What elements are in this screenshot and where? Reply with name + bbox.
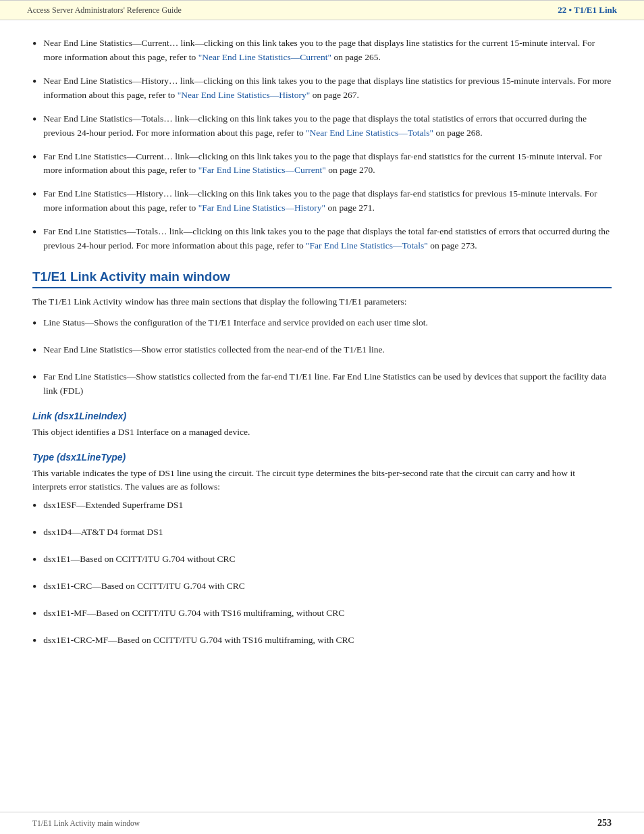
link-near-end-totals[interactable]: "Near End Line Statistics—Totals": [306, 128, 433, 138]
link-near-end-current[interactable]: "Near End Line Statistics—Current": [198, 52, 331, 62]
list-item: • Near End Line Statistics—Current… link…: [32, 36, 612, 65]
bullet-text-2: Near End Line Statistics—History… link—c…: [43, 74, 612, 103]
header-right-text: 22 • T1/E1 Link: [558, 5, 617, 16]
list-item: • Near End Line Statistics—Totals… link—…: [32, 112, 612, 140]
list-item: • Line Status—Shows the configuration of…: [32, 316, 612, 334]
bullet-icon: •: [32, 632, 36, 651]
bullet-text-4: Far End Line Statistics—Current… link—cl…: [43, 150, 612, 178]
header-left-text: Access Server Administrators' Reference …: [27, 5, 182, 16]
bullet-icon: •: [32, 149, 36, 167]
list-item: • Far End Line Statistics—Totals… link—c…: [32, 225, 612, 253]
type-bullet-list: • dsx1ESF—Extended Superframe DS1 • dsx1…: [32, 498, 612, 650]
list-item: • dsx1ESF—Extended Superframe DS1: [32, 498, 612, 516]
list-item: • Near End Line Statistics—History… link…: [32, 74, 612, 103]
list-item: • dsx1E1-CRC—Based on CCITT/ITU G.704 wi…: [32, 579, 612, 597]
main-section-intro: The T1/E1 Link Activity window has three…: [32, 295, 612, 309]
list-item: • dsx1E1—Based on CCITT/ITU G.704 withou…: [32, 552, 612, 570]
bullet-text-near-end: Near End Line Statistics—Show error stat…: [43, 343, 612, 357]
page-header: Access Server Administrators' Reference …: [0, 0, 644, 20]
bullet-icon: •: [32, 111, 36, 130]
bullet-icon: •: [32, 186, 36, 205]
list-item: • Far End Line Statistics—Show statistic…: [32, 370, 612, 398]
footer-page-number: 253: [597, 818, 612, 829]
bullet-icon: •: [32, 497, 36, 516]
page-footer: T1/E1 Link Activity main window 253: [0, 812, 644, 834]
bullet-icon: •: [32, 524, 36, 543]
top-bullet-list: • Near End Line Statistics—Current… link…: [32, 36, 612, 253]
main-section-title: T1/E1 Link Activity main window: [32, 269, 612, 288]
footer-left-text: T1/E1 Link Activity main window: [32, 819, 140, 827]
bullet-dsxe1crcmf: dsx1E1-CRC-MF—Based on CCITT/ITU G.704 w…: [43, 633, 612, 648]
link-subsection-title: Link (dsx1LineIndex): [32, 411, 612, 421]
bullet-icon: •: [32, 605, 36, 624]
type-subsection: Type (dsx1LineType) This variable indica…: [32, 452, 612, 651]
bullet-text-3: Near End Line Statistics—Totals… link—cl…: [43, 112, 612, 140]
main-section: T1/E1 Link Activity main window The T1/E…: [32, 269, 612, 398]
bullet-dsxd4: dsx1D4—AT&T D4 format DS1: [43, 525, 612, 540]
link-far-end-current[interactable]: "Far End Line Statistics—Current": [198, 165, 326, 175]
bullet-text-5: Far End Line Statistics—History… link—cl…: [43, 187, 612, 215]
link-subsection: Link (dsx1LineIndex) This object identif…: [32, 411, 612, 440]
bullet-icon: •: [32, 369, 36, 388]
link-far-end-history[interactable]: "Far End Line Statistics—History": [198, 203, 325, 213]
bullet-dsxesf: dsx1ESF—Extended Superframe DS1: [43, 498, 612, 513]
bullet-text-far-end: Far End Line Statistics—Show statistics …: [43, 370, 612, 398]
bullet-dsxe1: dsx1E1—Based on CCITT/ITU G.704 without …: [43, 552, 612, 567]
list-item: • dsx1E1-MF—Based on CCITT/ITU G.704 wit…: [32, 606, 612, 624]
bullet-icon: •: [32, 35, 36, 54]
bullet-text-1: Near End Line Statistics—Current… link—c…: [43, 36, 612, 65]
list-item: • Near End Line Statistics—Show error st…: [32, 343, 612, 361]
bullet-icon: •: [32, 224, 36, 242]
link-subsection-body: This object identifies a DS1 Interface o…: [32, 425, 612, 440]
type-subsection-body: This variable indicates the type of DS1 …: [32, 467, 612, 495]
bullet-icon: •: [32, 342, 36, 361]
bullet-dsxe1crc: dsx1E1-CRC—Based on CCITT/ITU G.704 with…: [43, 579, 612, 594]
bullet-icon: •: [32, 551, 36, 570]
list-item: • dsx1D4—AT&T D4 format DS1: [32, 525, 612, 543]
list-item: • Far End Line Statistics—Current… link—…: [32, 150, 612, 178]
link-far-end-totals[interactable]: "Far End Line Statistics—Totals": [306, 240, 428, 251]
page: Access Server Administrators' Reference …: [0, 0, 644, 834]
list-item: • Far End Line Statistics—History… link—…: [32, 187, 612, 215]
list-item: • dsx1E1-CRC-MF—Based on CCITT/ITU G.704…: [32, 633, 612, 651]
bullet-icon: •: [32, 73, 36, 92]
bullet-text-6: Far End Line Statistics—Totals… link—cli…: [43, 225, 612, 253]
bullet-icon: •: [32, 578, 36, 597]
bullet-text-line-status: Line Status—Shows the configuration of t…: [43, 316, 612, 330]
bullet-icon: •: [32, 315, 36, 334]
bullet-dsxe1mf: dsx1E1-MF—Based on CCITT/ITU G.704 with …: [43, 606, 612, 621]
main-section-bullet-list: • Line Status—Shows the configuration of…: [32, 316, 612, 398]
link-near-end-history[interactable]: "Near End Line Statistics—History": [178, 90, 311, 100]
main-content: • Near End Line Statistics—Current… link…: [0, 20, 644, 812]
type-subsection-title: Type (dsx1LineType): [32, 452, 612, 463]
